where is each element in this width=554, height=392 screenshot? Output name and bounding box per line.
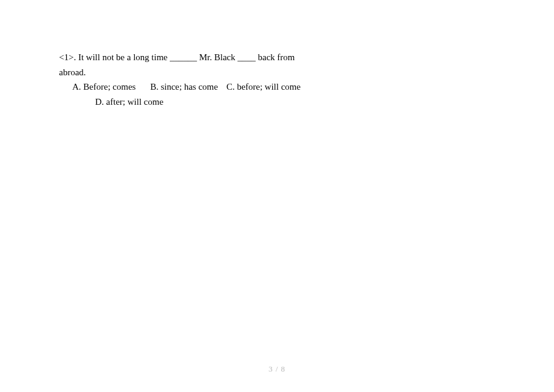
option-c: C. before; will come [226, 82, 300, 92]
question-line-1: <1>. It will not be a long time ______ M… [59, 51, 372, 64]
page-separator: / [276, 364, 279, 373]
options-row-2: D. after; will come [59, 95, 372, 109]
page-footer: 3 / 8 [0, 364, 554, 374]
page-total: 8 [281, 364, 286, 373]
question-text-1: It will not be a long time ______ Mr. Bl… [78, 52, 295, 62]
option-d: D. after; will come [95, 97, 163, 107]
options-row-1: A. Before; comesB. since; has comeC. bef… [59, 80, 372, 94]
question-line-2: abroad. [59, 66, 372, 79]
page-current: 3 [269, 364, 273, 373]
question-text-2: abroad. [59, 67, 86, 77]
question-number: <1>. [59, 52, 76, 62]
option-b: B. since; has come [150, 82, 217, 92]
option-a: A. Before; comes [72, 82, 135, 92]
question-block: <1>. It will not be a long time ______ M… [59, 51, 372, 110]
